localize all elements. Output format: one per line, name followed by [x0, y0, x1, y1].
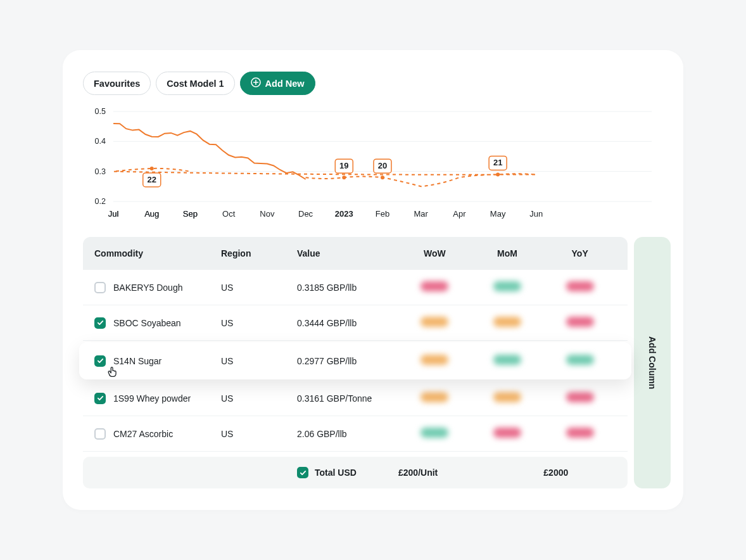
- total-per-unit: £200/Unit: [398, 468, 471, 478]
- mom-cell: [471, 355, 544, 367]
- add-new-label: Add New: [265, 79, 305, 89]
- mom-cell: [471, 317, 544, 329]
- commodity-name: SBOC Soyabean: [113, 318, 181, 328]
- region-cell: US: [221, 393, 297, 404]
- yoy-cell: [543, 392, 616, 404]
- row-checkbox[interactable]: [94, 393, 106, 404]
- mom-cell: [471, 392, 544, 404]
- main-card: Favourites Cost Model 1 Add New 0.20.30.…: [63, 50, 683, 510]
- svg-text:Nov: Nov: [260, 209, 275, 219]
- col-region: Region: [221, 248, 297, 258]
- cursor-hand-icon: [106, 365, 120, 379]
- svg-text:Jun: Jun: [529, 209, 543, 219]
- svg-text:0.3: 0.3: [95, 167, 106, 176]
- table-row[interactable]: S14N Sugar US 0.2977 GBP/llb: [79, 342, 631, 379]
- commodity-name: S14N Sugar: [113, 356, 161, 366]
- svg-text:Apr: Apr: [453, 209, 466, 219]
- svg-point-33: [150, 167, 154, 170]
- svg-point-30: [496, 172, 500, 176]
- commodity-table: Commodity Region Value WoW MoM YoY BAKER…: [83, 237, 628, 488]
- wow-cell: [398, 355, 471, 367]
- col-mom: MoM: [471, 248, 544, 258]
- wow-cell: [398, 428, 471, 440]
- svg-text:0.4: 0.4: [95, 137, 106, 146]
- table-row[interactable]: SBOC Soyabean US 0.3444 GBP/llb: [83, 305, 628, 341]
- svg-text:20: 20: [378, 161, 387, 170]
- col-commodity: Commodity: [94, 248, 221, 258]
- table-row[interactable]: CM27 Ascorbic US 2.06 GBP/llb: [83, 416, 628, 452]
- svg-point-24: [342, 175, 346, 179]
- wow-cell: [398, 392, 471, 404]
- svg-text:Aug: Aug: [144, 209, 159, 219]
- row-checkbox[interactable]: [94, 282, 106, 293]
- total-row: Total USD £200/Unit £2000: [83, 457, 628, 488]
- wow-cell: [398, 317, 471, 329]
- commodity-name: BAKERY5 Dough: [113, 283, 182, 293]
- svg-text:Feb: Feb: [376, 209, 389, 219]
- region-cell: US: [221, 356, 297, 366]
- value-cell: 0.2977 GBP/llb: [297, 356, 398, 366]
- region-cell: US: [221, 283, 297, 293]
- table-body: BAKERY5 Dough US 0.3185 GBP/llb SBOC Soy…: [83, 270, 628, 452]
- total-grand: £2000: [543, 468, 616, 478]
- col-value: Value: [297, 248, 398, 258]
- add-new-button[interactable]: Add New: [240, 72, 315, 95]
- table-row[interactable]: 1S99 Whey powder US 0.3161 GBP/Tonne: [83, 381, 628, 416]
- svg-text:19: 19: [339, 161, 348, 170]
- svg-text:0.5: 0.5: [95, 107, 106, 116]
- col-yoy: YoY: [543, 248, 616, 258]
- yoy-cell: [543, 317, 616, 329]
- tabs-bar: Favourites Cost Model 1 Add New: [63, 72, 683, 106]
- col-wow: WoW: [398, 248, 471, 258]
- svg-text:22: 22: [147, 175, 156, 184]
- svg-text:2023: 2023: [335, 209, 353, 219]
- table-area: Commodity Region Value WoW MoM YoY BAKER…: [63, 223, 683, 488]
- svg-point-27: [381, 175, 384, 179]
- commodity-name: 1S99 Whey powder: [113, 393, 191, 404]
- total-label: Total USD: [315, 468, 357, 478]
- row-checkbox[interactable]: [94, 428, 106, 440]
- table-header: Commodity Region Value WoW MoM YoY: [83, 237, 628, 270]
- mom-cell: [471, 281, 544, 293]
- add-column-button[interactable]: Add Column: [634, 237, 671, 488]
- value-cell: 0.3185 GBP/llb: [297, 283, 398, 293]
- row-checkbox[interactable]: [94, 355, 106, 367]
- commodity-name: CM27 Ascorbic: [113, 429, 173, 439]
- region-cell: US: [221, 318, 297, 328]
- total-checkbox[interactable]: [297, 467, 308, 478]
- plus-circle-icon: [251, 77, 261, 89]
- region-cell: US: [221, 429, 297, 439]
- row-checkbox[interactable]: [94, 317, 106, 329]
- value-cell: 2.06 GBP/llb: [297, 429, 398, 439]
- mom-cell: [471, 428, 544, 440]
- yoy-cell: [543, 428, 616, 440]
- value-cell: 0.3444 GBP/llb: [297, 318, 398, 328]
- svg-text:Dec: Dec: [298, 209, 313, 219]
- svg-text:0.2: 0.2: [95, 197, 106, 206]
- yoy-cell: [543, 355, 616, 367]
- table-row[interactable]: BAKERY5 Dough US 0.3185 GBP/llb: [83, 270, 628, 305]
- svg-text:Oct: Oct: [222, 209, 236, 219]
- svg-text:Sep: Sep: [183, 209, 198, 219]
- tab-cost-model[interactable]: Cost Model 1: [156, 72, 234, 95]
- svg-text:May: May: [490, 209, 506, 219]
- value-cell: 0.3161 GBP/Tonne: [297, 393, 398, 404]
- wow-cell: [398, 281, 471, 293]
- tab-favourites[interactable]: Favourites: [83, 72, 151, 95]
- price-chart[interactable]: 0.20.30.40.5JulAugSepOctNovDec2023FebMar…: [83, 106, 663, 220]
- yoy-cell: [543, 281, 616, 293]
- svg-text:Jul: Jul: [108, 209, 119, 219]
- svg-text:21: 21: [493, 158, 502, 167]
- svg-text:Mar: Mar: [414, 209, 429, 219]
- chart-container: 0.20.30.40.5JulAugSepOctNovDec2023FebMar…: [63, 106, 683, 223]
